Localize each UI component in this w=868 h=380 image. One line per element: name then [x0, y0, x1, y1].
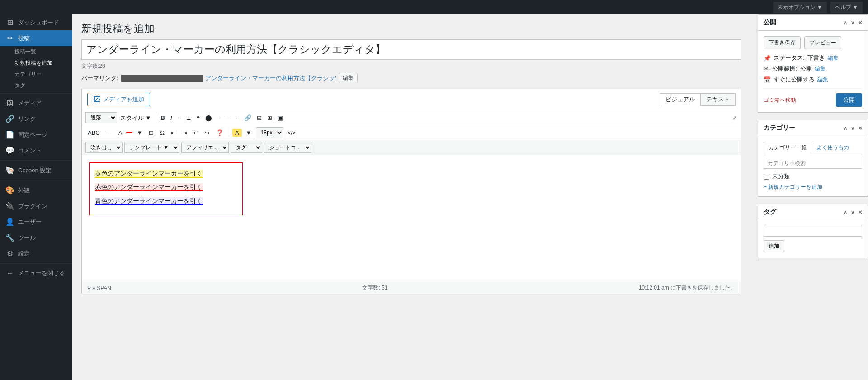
unordered-list-btn[interactable]: ≡ — [175, 114, 184, 122]
ordered-list-btn[interactable]: ≣ — [184, 114, 193, 122]
add-tag-btn[interactable]: 追加 — [764, 240, 784, 252]
indent-btn[interactable]: ⇥ — [180, 128, 189, 137]
preview-btn[interactable]: プレビュー — [804, 36, 841, 49]
cat-search-input[interactable] — [764, 158, 862, 169]
appearance-icon: 🎨 — [5, 186, 14, 195]
comments-icon: 💬 — [5, 146, 14, 155]
cat-collapse-down-icon[interactable]: ∨ — [851, 125, 854, 131]
sidebar-item-media[interactable]: 🖼 メディア — [0, 95, 72, 111]
collapse-down-icon[interactable]: ∨ — [851, 20, 854, 26]
page-title: 新規投稿を追加 — [81, 22, 741, 36]
bubble-select[interactable]: 吹き出し — [85, 142, 123, 153]
sidebar-item-cocoon[interactable]: 🐚 Cocoon 設定 — [0, 162, 72, 178]
status-edit-link[interactable]: 編集 — [828, 54, 839, 62]
sidebar-item-pages[interactable]: 📄 固定ページ — [0, 127, 72, 142]
help-btn[interactable]: ヘルプ ▼ — [830, 2, 863, 13]
outdent-btn[interactable]: ⇤ — [169, 128, 178, 137]
font-size-select[interactable]: 18px — [256, 127, 283, 138]
help-btn-tb[interactable]: ❓ — [214, 128, 226, 137]
permalink-edit-btn[interactable]: 編集 — [339, 73, 358, 83]
schedule-row: 📅 すぐに公開する 編集 — [764, 76, 862, 84]
align-center-btn[interactable]: ≡ — [215, 114, 223, 122]
expand-btn[interactable]: ⤢ — [732, 114, 737, 121]
affiliate-select[interactable]: アフィリエ... — [181, 142, 229, 153]
tag-collapse-down-icon[interactable]: ∨ — [851, 209, 854, 215]
media-add-btn[interactable]: 🖼 メディアを追加 — [87, 93, 150, 106]
cat-close-icon[interactable]: ✕ — [858, 125, 862, 131]
display-options-btn[interactable]: 表示オプション ▼ — [773, 2, 827, 13]
sidebar-sub-tags[interactable]: タグ — [0, 80, 72, 91]
sidebar-item-plugins[interactable]: 🔌 プラグイン — [0, 198, 72, 214]
template-select[interactable]: テンプレート ▼ — [124, 142, 179, 153]
users-icon: 👤 — [5, 218, 14, 226]
draft-save-btn[interactable]: 下書き保存 — [764, 36, 801, 49]
sidebar-sub-posts-list[interactable]: 投稿一覧 — [0, 46, 72, 57]
sidebar-posts-label: 投稿 — [18, 34, 30, 43]
cat-uncategorized-check[interactable] — [764, 174, 769, 180]
tag-collapse-up-icon[interactable]: ∧ — [844, 209, 847, 215]
toolbar-row-3: 吹き出し テンプレート ▼ アフィリエ... タグ ショートコ... — [82, 140, 741, 155]
tag-close-icon[interactable]: ✕ — [858, 209, 862, 215]
style-select-btn[interactable]: スタイル ▼ — [118, 114, 153, 122]
tag-select-tb[interactable]: タグ — [231, 142, 262, 153]
sidebar-item-links[interactable]: 🔗 リンク — [0, 111, 72, 127]
sidebar-item-close-menu[interactable]: ← メニューを閉じる — [0, 266, 72, 281]
highlight-dropdown-btn[interactable]: ▼ — [244, 128, 254, 137]
text-color-btn[interactable]: A — [116, 128, 125, 137]
more-btn[interactable]: ▣ — [275, 114, 285, 122]
highlight-btn[interactable]: A — [232, 129, 242, 137]
align-left-btn[interactable]: ⬤ — [203, 114, 214, 122]
collapse-up-icon[interactable]: ∧ — [844, 20, 847, 26]
sidebar-item-appearance[interactable]: 🎨 外観 — [0, 182, 72, 198]
sidebar-item-settings[interactable]: ⚙ 設定 — [0, 246, 72, 261]
visibility-edit-link[interactable]: 編集 — [815, 65, 826, 73]
format-btn[interactable]: ⊟ — [146, 128, 156, 137]
blockquote-btn[interactable]: ❝ — [194, 114, 202, 122]
publish-btn[interactable]: 公開 — [836, 93, 862, 107]
editor-header: 🖼 メディアを追加 ビジュアル テキスト — [82, 89, 741, 110]
sidebar-item-comments[interactable]: 💬 コメント — [0, 142, 72, 158]
align-right-btn[interactable]: ≡ — [224, 114, 232, 122]
paragraph-select[interactable]: 段落 — [85, 112, 117, 123]
sidebar-item-tools[interactable]: 🔧 ツール — [0, 230, 72, 246]
editor-char-count: 文字数: 51 — [362, 284, 387, 292]
media-icon: 🖼 — [5, 99, 14, 107]
sidebar-item-posts[interactable]: ✏ 投稿 — [0, 30, 72, 46]
tab-text[interactable]: テキスト — [700, 93, 736, 106]
top-bar: 表示オプション ▼ ヘルプ ▼ — [0, 0, 868, 14]
sidebar-item-dashboard[interactable]: ⊞ ダッシュボード — [0, 14, 72, 30]
cat-tab-all[interactable]: カテゴリー一覧 — [764, 142, 811, 154]
italic-btn[interactable]: I — [168, 114, 175, 122]
tools-icon: 🔧 — [5, 233, 14, 242]
sidebar-sub-new-post[interactable]: 新規投稿を追加 — [0, 57, 72, 69]
sidebar-item-users[interactable]: 👤 ユーザー — [0, 214, 72, 230]
close-metabox-icon[interactable]: ✕ — [858, 20, 862, 26]
editor-content-area[interactable]: 黄色のアンダーラインマーカーを引く 赤色のアンダーラインマーカーを引く 青色のア… — [82, 155, 741, 282]
table-btn[interactable]: ⊞ — [265, 114, 274, 122]
undo-btn[interactable]: ↩ — [191, 128, 201, 137]
align-justify-btn[interactable]: ≡ — [233, 114, 241, 122]
hr-btn[interactable]: — — [104, 128, 114, 137]
cat-tab-common[interactable]: よく使うもの — [811, 142, 854, 154]
shortcode-select[interactable]: ショートコ... — [264, 142, 311, 153]
cat-collapse-up-icon[interactable]: ∧ — [844, 125, 847, 131]
permalink-url[interactable]: アンダーライン・マーカーの利用方法【クラシッ/ — [205, 74, 336, 82]
post-title-input[interactable] — [81, 39, 741, 60]
main-content: 新規投稿を追加 文字数:28 パーマリンク: アンダーライン・マーカーの利用方法… — [72, 14, 750, 380]
tab-visual[interactable]: ビジュアル — [660, 93, 700, 106]
schedule-edit-link[interactable]: 編集 — [817, 76, 828, 84]
unlink-btn[interactable]: ⊟ — [255, 114, 264, 122]
sidebar-sub-categories[interactable]: カテゴリー — [0, 69, 72, 80]
trash-link[interactable]: ゴミ箱へ移動 — [764, 96, 796, 104]
redo-btn[interactable]: ↪ — [203, 128, 212, 137]
color-dropdown-btn[interactable]: ▼ — [134, 128, 145, 137]
strikethrough-btn[interactable]: ABC — [85, 128, 102, 137]
code-btn[interactable]: </> — [285, 128, 298, 137]
link-btn[interactable]: 🔗 — [242, 114, 254, 122]
category-metabox: カテゴリー ∧ ∨ ✕ カテゴリー一覧 よく使うもの 未分類 + 新規カテゴリー… — [758, 120, 868, 197]
bold-btn[interactable]: B — [158, 114, 167, 122]
tag-input[interactable] — [764, 226, 862, 237]
toolbar-row-1: 段落 スタイル ▼ B I ≡ ≣ ❝ ⬤ ≡ ≡ ≡ 🔗 ⊟ ⊞ ▣ ⤢ — [82, 110, 741, 125]
special-char-btn[interactable]: Ω — [158, 128, 167, 137]
add-category-link[interactable]: + 新規カテゴリーを追加 — [764, 184, 822, 190]
